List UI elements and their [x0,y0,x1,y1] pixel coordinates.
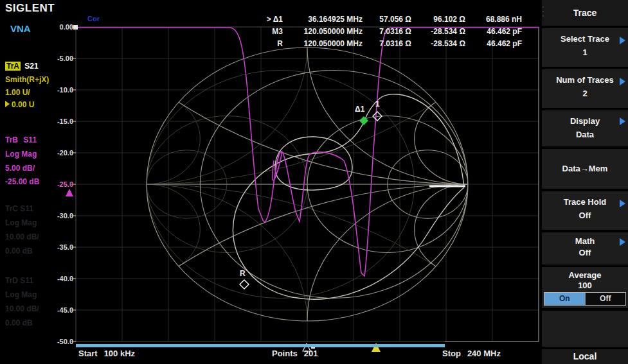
marker-row-equiv: 46.462 pF [469,27,522,39]
display-button[interactable]: Display Data [542,110,628,146]
marker-row-freq: 120.050000 MHz [287,27,363,39]
y-label-4: -20.0 [44,149,73,157]
button-value: 2 [542,85,628,98]
bezel-dot-icon [543,11,544,12]
blank-softkey-button[interactable] [542,311,628,347]
button-value: Off [542,246,628,257]
toggle-on-option[interactable]: On [544,293,585,305]
math-button[interactable]: Math Off [542,232,628,264]
stop-frequency: Stop240 MHz [442,349,501,358]
trace-b-scale: 5.00 dB/ [5,164,35,173]
toggle-off-option[interactable]: Off [585,293,626,305]
marker-row-resistance: 57.056 Ω [366,15,411,27]
marker-row-reactance: -28.534 Ω [415,27,465,39]
select-trace-button[interactable]: Select Trace 1 [542,28,628,67]
trace-a-param: S21 [24,62,38,71]
trace-c-scale: 10.00 dB/ [5,232,39,241]
bezel-dot-icon [543,6,544,8]
button-value: Data [542,126,628,139]
trace-c-format: Log Mag [5,218,37,227]
trace-c-title: TrC S11 [5,204,33,213]
trace-b-ref: -25.00 dB [5,177,39,186]
trace-b-format: Log Mag [5,150,37,159]
marker-r-diamond[interactable] [240,280,249,289]
softkey-menu: Trace Select Trace 1 Num of Traces 2 Dis… [542,0,628,364]
marker-delta1-label: Δ1 [355,105,364,114]
smith-graticule-dim [0,0,628,364]
y-label-8: -40.0 [44,275,73,282]
marker-row-reactance: 96.102 Ω [415,15,465,27]
trace-b-param: S11 [23,135,37,144]
marker-row-freq: 36.164925 MHz [287,15,363,27]
marker-row-name: M3 [257,27,283,39]
marker-r-label: R [240,269,246,278]
ref-level-triangle-icon [66,189,73,196]
marker-1-label: 1 [375,100,380,108]
trace-d-format: Log Mag [5,290,37,299]
y-label-ref: -25.0 [44,180,73,188]
trace-d-title: TrD S11 [5,276,33,285]
marker-row-name: > Δ1 [257,15,283,27]
y-label-0: 0.00 [44,23,73,31]
y-label-7: -35.0 [44,243,73,251]
y-label-10: -50.0 [44,338,73,345]
trace-hold-button[interactable]: Trace Hold Off [542,191,628,230]
marker-row-resistance: 7.0316 Ω [366,39,411,51]
button-label: Data→Mem [562,164,608,173]
button-value: 100 [542,280,628,290]
trace-b-title[interactable]: TrB S11 [5,135,37,144]
button-value: 1 [542,44,628,57]
average-button[interactable]: Average 100 On Off [542,267,628,308]
trace-a-format: Smith(R+jX) [5,75,49,84]
trace-a-badge: TrA [5,62,21,71]
button-label: Select Trace [542,28,628,44]
mode-label: VNA [10,23,31,34]
average-toggle: On Off [544,292,626,306]
marker-row-equiv: 46.462 pF [469,39,522,51]
y-label-2: -10.0 [44,86,73,94]
trace-a-scale: 1.00 U/ [5,88,30,97]
start-frequency: Start100 kHz [78,349,135,358]
trace-a-ref: 0.00 U [5,100,34,109]
trace-start-square-icon [73,25,78,30]
sweep-progress-bar [76,344,445,347]
siglent-logo: SIGLENT [5,2,55,15]
marker-delta1-diamond[interactable] [359,116,368,125]
button-label: Average [542,267,628,280]
correction-indicator: Cor [87,15,100,22]
local-button[interactable]: Local [542,349,628,364]
data-to-mem-button[interactable]: Data→Mem [542,149,628,189]
trace-a-title[interactable]: TrA S21 [5,62,39,71]
marker-row-name: R [257,39,283,51]
submenu-arrow-icon [620,78,625,85]
trace-d-scale: 10.00 dB/ [5,304,39,313]
marker-row-freq: 120.050000 MHz [287,39,363,51]
trace-b-badge: TrB [5,135,18,144]
sweep-points: Points201 [272,349,318,358]
button-label: Trace Hold [542,191,628,207]
vna-screen: SIGLENT VNA Cor TrA S21 Smith(R+jX) 1.00… [0,0,628,364]
marker-row-reactance: -28.534 Ω [415,39,465,51]
submenu-arrow-icon [620,200,625,207]
submenu-arrow-icon [620,238,625,246]
trace-c-ref: 0.00 dB [5,247,33,256]
marker-row-resistance: 7.0316 Ω [366,27,411,39]
marker-readout: > Δ1 36.164925 MHz 57.056 Ω 96.102 Ω 68.… [257,15,522,51]
button-label: Display [542,110,628,126]
button-label: Math [542,232,628,246]
menu-title: Trace [542,0,628,26]
submenu-arrow-icon [620,117,625,125]
submenu-arrow-icon [620,37,625,44]
trace-d-ref: 0.00 dB [5,318,33,327]
y-label-9: -45.0 [44,306,73,314]
y-label-6: -30.0 [44,212,73,220]
smith-graticule [0,0,628,364]
ref-arrow-icon [5,101,10,107]
button-label: Num of Traces [542,69,628,85]
y-label-1: -5.00 [44,55,73,62]
button-value: Off [542,207,628,220]
y-label-3: -15.0 [44,117,73,125]
num-of-traces-button[interactable]: Num of Traces 2 [542,69,628,108]
marker-row-equiv: 68.886 nH [469,15,522,27]
smith-chart-plot [0,0,628,364]
